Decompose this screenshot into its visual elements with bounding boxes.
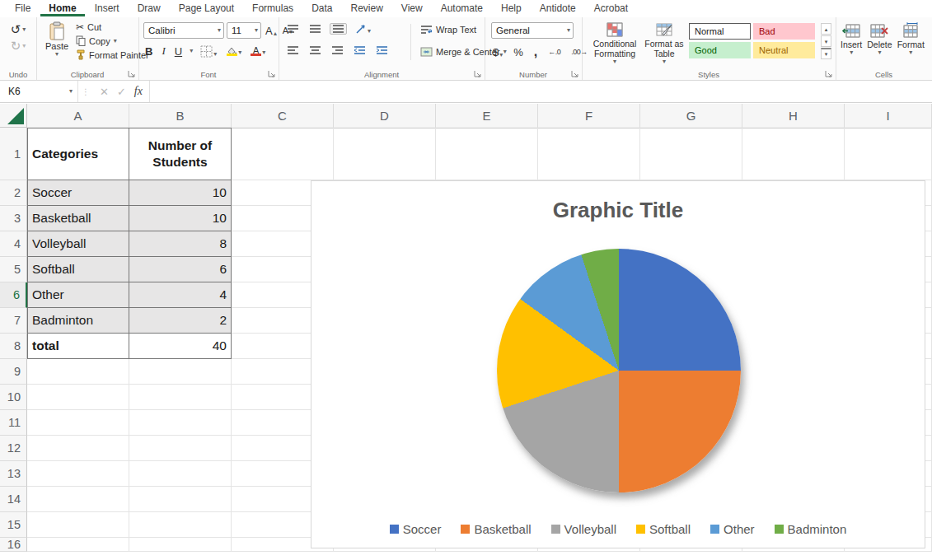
- formula-input[interactable]: [150, 81, 932, 102]
- cell-A11[interactable]: [27, 410, 129, 436]
- row-header-16[interactable]: 16: [0, 538, 27, 552]
- borders-button[interactable]: ▾: [199, 45, 218, 58]
- conditional-formatting-button[interactable]: Conditional Formatting ▾: [590, 22, 639, 65]
- row-header-15[interactable]: 15: [0, 512, 27, 538]
- number-format-select[interactable]: General ▾: [491, 22, 574, 39]
- font-name-select[interactable]: Calibri ▾: [143, 22, 224, 39]
- cell-B2[interactable]: 10: [129, 180, 232, 206]
- tab-antidote[interactable]: Antidote: [532, 1, 584, 16]
- grow-font-button[interactable]: A▾: [264, 25, 279, 37]
- row-header-4[interactable]: 4: [0, 231, 27, 257]
- row-header-1[interactable]: 1: [0, 128, 27, 180]
- align-top-button[interactable]: [285, 24, 301, 34]
- column-header-G[interactable]: G: [640, 104, 742, 128]
- tab-help[interactable]: Help: [493, 1, 530, 16]
- tab-draw[interactable]: Draw: [129, 1, 169, 16]
- legend-item-soccer[interactable]: Soccer: [390, 522, 442, 536]
- insert-function-icon[interactable]: fx: [134, 85, 143, 98]
- column-header-C[interactable]: C: [232, 104, 334, 128]
- comma-style-button[interactable]: ,: [532, 44, 539, 59]
- cell-A13[interactable]: [27, 461, 129, 487]
- style-bad[interactable]: Bad: [753, 23, 815, 40]
- column-header-A[interactable]: A: [27, 104, 129, 128]
- column-header-F[interactable]: F: [538, 104, 640, 128]
- tab-view[interactable]: View: [393, 1, 431, 16]
- row-header-2[interactable]: 2: [0, 180, 27, 206]
- styles-dialog-launcher[interactable]: [825, 70, 833, 78]
- format-as-table-button[interactable]: Format as Table ▾: [643, 22, 686, 65]
- cell-B15[interactable]: [129, 512, 232, 538]
- underline-button[interactable]: U: [173, 45, 184, 58]
- name-box[interactable]: K6 ▾: [0, 81, 78, 102]
- cell-A8[interactable]: total: [27, 334, 129, 359]
- cell-A2[interactable]: Soccer: [27, 180, 129, 206]
- cell-B4[interactable]: 8: [129, 231, 232, 257]
- tab-page-layout[interactable]: Page Layout: [171, 1, 242, 16]
- row-header-14[interactable]: 14: [0, 487, 27, 512]
- paste-button[interactable]: Paste ▾: [43, 21, 71, 58]
- delete-cells-button[interactable]: Delete ▾: [867, 23, 892, 56]
- cell-B5[interactable]: 6: [129, 257, 232, 282]
- column-header-E[interactable]: E: [436, 104, 538, 128]
- tab-formulas[interactable]: Formulas: [244, 1, 302, 16]
- cell-B13[interactable]: [129, 461, 232, 487]
- chart[interactable]: Graphic Title SoccerBasketballVolleyball…: [311, 180, 925, 548]
- row-header-12[interactable]: 12: [0, 436, 27, 461]
- row-header-8[interactable]: 8: [0, 334, 27, 359]
- style-neutral[interactable]: Neutral: [753, 42, 815, 58]
- row-header-9[interactable]: 9: [0, 359, 27, 385]
- row-header-13[interactable]: 13: [0, 461, 27, 487]
- cell-G1[interactable]: [640, 128, 742, 180]
- align-bottom-button[interactable]: [330, 23, 347, 35]
- cell-A9[interactable]: [27, 359, 129, 385]
- align-right-button[interactable]: [330, 45, 345, 55]
- cell-B12[interactable]: [129, 436, 232, 461]
- undo-button[interactable]: ↺ ▾: [9, 22, 28, 36]
- row-header-10[interactable]: 10: [0, 385, 27, 410]
- drag-handle-icon[interactable]: ⋮: [78, 87, 93, 96]
- tab-automate[interactable]: Automate: [433, 1, 491, 16]
- cell-B7[interactable]: 2: [129, 308, 232, 334]
- cell-B16[interactable]: [129, 538, 232, 552]
- currency-button[interactable]: $▾: [491, 46, 504, 58]
- legend-item-softball[interactable]: Softball: [636, 522, 691, 536]
- pie-chart[interactable]: [497, 249, 741, 492]
- redo-button[interactable]: ↻ ▾: [9, 39, 28, 53]
- tab-home[interactable]: Home: [40, 1, 84, 16]
- alignment-dialog-launcher[interactable]: [474, 70, 482, 78]
- styles-scroll-down-button[interactable]: ▾: [821, 35, 831, 47]
- cell-D1[interactable]: [334, 128, 436, 180]
- column-header-B[interactable]: B: [129, 104, 232, 128]
- cell-A5[interactable]: Softball: [27, 257, 129, 282]
- row-header-3[interactable]: 3: [0, 206, 27, 231]
- cell-E1[interactable]: [436, 128, 538, 180]
- orientation-button[interactable]: ▾: [354, 24, 372, 35]
- enter-icon[interactable]: ✓: [117, 86, 126, 98]
- tab-acrobat[interactable]: Acrobat: [586, 1, 636, 16]
- legend-item-volleyball[interactable]: Volleyball: [551, 522, 616, 536]
- style-good[interactable]: Good: [689, 42, 751, 58]
- cell-I1[interactable]: [845, 128, 932, 180]
- tab-file[interactable]: File: [7, 1, 39, 16]
- style-normal[interactable]: Normal: [689, 23, 751, 40]
- chevron-down-icon[interactable]: ▾: [190, 48, 193, 54]
- cell-B11[interactable]: [129, 410, 232, 436]
- cell-A10[interactable]: [27, 385, 129, 410]
- align-center-button[interactable]: [307, 45, 323, 55]
- cell-A12[interactable]: [27, 436, 129, 461]
- bold-button[interactable]: B: [143, 45, 154, 58]
- row-header-5[interactable]: 5: [0, 257, 27, 282]
- percent-button[interactable]: %: [512, 46, 525, 58]
- cell-C1[interactable]: [232, 128, 334, 180]
- cell-A16[interactable]: [27, 538, 129, 552]
- clipboard-dialog-launcher[interactable]: [128, 70, 136, 78]
- cell-B6[interactable]: 4: [129, 282, 232, 308]
- cell-A4[interactable]: Volleyball: [27, 231, 129, 257]
- cell-F1[interactable]: [538, 128, 640, 180]
- increase-indent-button[interactable]: [374, 45, 390, 55]
- cell-B3[interactable]: 10: [129, 206, 232, 231]
- tab-data[interactable]: Data: [303, 1, 340, 16]
- cell-A7[interactable]: Badminton: [27, 308, 129, 334]
- legend-item-basketball[interactable]: Basketball: [461, 522, 531, 536]
- insert-cells-button[interactable]: Insert ▾: [841, 23, 862, 56]
